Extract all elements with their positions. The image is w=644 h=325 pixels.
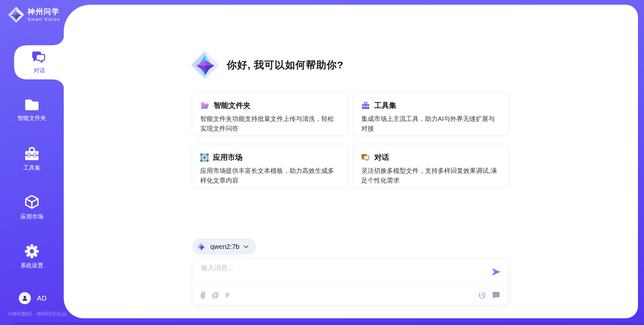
app-logo: 神州问学 Smart Vision xyxy=(8,6,60,23)
sidebar-item-label: 智能文件夹 xyxy=(18,114,46,122)
sidebar-item-label: 对话 xyxy=(34,67,45,74)
card-chat[interactable]: 对话 灵活切换多模型文件，支持多样回复效果调试,满足个性化需求 xyxy=(353,144,509,188)
sidebar-item-settings[interactable]: 系统设置 xyxy=(0,244,64,269)
chevron-down-icon xyxy=(244,245,249,248)
card-title: 对话 xyxy=(374,152,389,162)
brand-diamond-icon xyxy=(8,6,24,23)
card-description: 灵活切换多模型文件，支持多样回复效果调试,满足个性化需求 xyxy=(361,166,500,185)
chat-bubble-icon[interactable] xyxy=(492,291,500,299)
model-diamond-icon xyxy=(197,242,206,252)
folder-icon xyxy=(200,102,209,110)
sidebar-item-toolset[interactable]: 工具集 xyxy=(0,147,64,172)
avatar xyxy=(19,292,31,304)
user-account[interactable]: AD xyxy=(19,292,47,304)
card-description: 智能文件夹功能支持批量文件上传与清洗，轻松实现文件问答 xyxy=(200,114,339,133)
sidebar-item-chat[interactable]: 对话 xyxy=(14,45,64,79)
composer-divider xyxy=(192,284,508,284)
user-name: AD xyxy=(37,295,47,302)
sidebar-item-label: 应用市场 xyxy=(20,213,43,220)
sidebar-item-label: 工具集 xyxy=(23,164,41,172)
history-icon[interactable] xyxy=(478,291,486,299)
card-description: 集成市场上主流工具，助力AI与外界无缝扩展与对接 xyxy=(361,114,500,133)
gear-icon xyxy=(24,244,39,259)
card-title: 应用市场 xyxy=(213,152,243,162)
card-title: 智能文件夹 xyxy=(214,101,251,111)
card-description: 应用市场提供丰富长文本模板，助力高效生成多样化文章内容 xyxy=(200,166,339,185)
card-toolset[interactable]: 工具集 集成市场上主流工具，助力AI与外界无缝扩展与对接 xyxy=(353,92,509,136)
chat-icon xyxy=(32,51,47,64)
sidebar-item-label: 系统设置 xyxy=(20,262,43,269)
greeting-block: 你好, 我可以如何帮助你? xyxy=(191,50,343,80)
window-bottom-bar xyxy=(15,322,644,325)
cube-icon xyxy=(24,194,40,210)
message-input[interactable] xyxy=(201,263,486,282)
suggestion-cards: 智能文件夹 智能文件夹功能支持批量文件上传与清洗，轻松实现文件问答 工具集 集成… xyxy=(192,92,509,188)
composer-toolbar: @ # xyxy=(200,288,500,302)
mention-icon[interactable]: @ xyxy=(212,291,219,299)
card-smart-folder[interactable]: 智能文件夹 智能文件夹功能支持批量文件上传与清洗，轻松实现文件问答 xyxy=(192,92,348,136)
card-title: 工具集 xyxy=(374,101,396,111)
card-app-market[interactable]: 应用市场 应用市场提供丰富长文本模板，助力高效生成多样化文章内容 xyxy=(192,144,348,188)
folder-icon xyxy=(24,98,40,111)
model-name: qwen2:7b xyxy=(210,243,239,251)
sidebar-item-smart-folder[interactable]: 智能文件夹 xyxy=(0,98,64,122)
chat-icon xyxy=(361,153,370,161)
model-selector[interactable]: qwen2:7b xyxy=(192,239,256,255)
hashtag-icon[interactable]: # xyxy=(225,291,229,299)
sidebar-item-app-market[interactable]: 应用市场 xyxy=(0,194,64,220)
greeting-diamond-icon xyxy=(191,50,219,80)
greeting-text: 你好, 我可以如何帮助你? xyxy=(227,58,343,72)
toolbox-icon xyxy=(24,147,40,161)
send-icon[interactable] xyxy=(491,268,501,276)
brand-subtitle: Smart Vision xyxy=(28,17,60,22)
message-composer: @ # xyxy=(192,258,508,306)
brand-name: 神州问学 xyxy=(28,8,60,16)
person-icon xyxy=(21,295,28,302)
attachment-icon[interactable] xyxy=(200,291,206,299)
toolbox-icon xyxy=(361,102,370,110)
grid-icon xyxy=(200,153,209,162)
copyright-footer: ©神州数码 · 神州问学出品 xyxy=(8,311,66,317)
